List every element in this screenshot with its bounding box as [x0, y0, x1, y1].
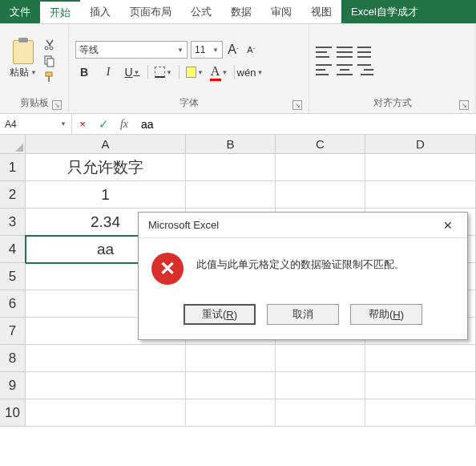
help-label-post: ) — [401, 309, 404, 321]
row-header[interactable]: 1 — [0, 154, 26, 181]
dialog-launcher-icon[interactable]: ↘ — [292, 100, 302, 110]
cell[interactable] — [186, 399, 276, 427]
bold-button[interactable]: B — [75, 63, 93, 81]
tab-data[interactable]: 数据 — [221, 0, 261, 23]
row-header[interactable]: 6 — [0, 290, 26, 318]
name-box-value: A4 — [5, 119, 17, 130]
format-painter-icon[interactable] — [43, 71, 56, 83]
help-button[interactable]: 帮助(H) — [350, 304, 422, 325]
row-header[interactable]: 10 — [0, 399, 26, 427]
tab-review[interactable]: 审阅 — [261, 0, 301, 23]
font-size-combo[interactable]: 11▼ — [191, 41, 223, 59]
borders-button[interactable]: ▼ — [155, 63, 172, 81]
align-top-button[interactable] — [316, 46, 332, 59]
underline-button[interactable]: U▼ — [123, 63, 141, 81]
row-header[interactable]: 5 — [0, 263, 26, 290]
cell[interactable] — [26, 345, 186, 372]
cell[interactable]: 1 — [26, 181, 186, 209]
dialog-message: 此值与此单元格定义的数据验证限制不匹配。 — [196, 253, 405, 272]
row-header[interactable]: 3 — [0, 209, 26, 236]
align-right-button[interactable] — [357, 63, 373, 76]
cell[interactable] — [26, 399, 186, 427]
cell[interactable] — [365, 345, 476, 372]
column-header[interactable]: B — [186, 135, 276, 154]
row-header[interactable]: 2 — [0, 181, 26, 209]
cell[interactable] — [186, 154, 276, 181]
dialog-close-button[interactable]: ✕ — [435, 216, 461, 235]
fill-color-button[interactable]: ▼ — [186, 63, 204, 81]
tab-view[interactable]: 视图 — [301, 0, 341, 23]
dialog-title: Microsoft Excel — [148, 219, 219, 231]
cell[interactable] — [276, 181, 365, 209]
accept-edit-button[interactable]: ✓ — [93, 114, 114, 135]
phonetic-guide-button[interactable]: wén▼ — [241, 63, 259, 81]
cell[interactable] — [186, 372, 276, 399]
cell[interactable] — [276, 399, 365, 427]
align-left-button[interactable] — [316, 63, 332, 76]
separator — [179, 65, 180, 79]
bucket-icon — [186, 67, 196, 78]
cancel-button[interactable]: 取消 — [267, 304, 339, 325]
tab-addin[interactable]: Excel自学成才 — [341, 0, 476, 23]
cell[interactable] — [186, 345, 276, 372]
align-middle-button[interactable] — [337, 46, 353, 59]
separator — [234, 65, 235, 79]
chevron-down-icon: ▼ — [166, 69, 172, 76]
font-color-label: A — [211, 64, 220, 79]
svg-rect-3 — [47, 59, 54, 67]
paste-button[interactable]: 粘贴▼ — [6, 38, 40, 81]
cell[interactable] — [365, 154, 476, 181]
clipboard-group-label: 剪贴板 — [20, 97, 49, 108]
cell[interactable] — [186, 181, 276, 209]
font-color-button[interactable]: A▼ — [210, 63, 228, 81]
select-all-corner[interactable] — [0, 135, 26, 154]
row-header[interactable]: 4 — [0, 236, 26, 263]
paste-label: 粘贴 — [10, 66, 29, 79]
increase-font-button[interactable]: Aˆ — [226, 41, 240, 59]
row-header[interactable]: 9 — [0, 372, 26, 399]
tab-file[interactable]: 文件 — [0, 0, 40, 23]
align-bottom-button[interactable] — [357, 46, 373, 59]
retry-button[interactable]: 重试(R) — [184, 304, 256, 325]
cell[interactable] — [365, 399, 476, 427]
error-icon: ✕ — [151, 253, 184, 285]
data-validation-error-dialog: Microsoft Excel ✕ ✕ 此值与此单元格定义的数据验证限制不匹配。… — [138, 212, 468, 340]
insert-function-button[interactable]: fx — [114, 114, 135, 135]
cell[interactable] — [365, 372, 476, 399]
align-center-button[interactable] — [337, 63, 353, 76]
decrease-font-button[interactable]: Aˇ — [244, 41, 258, 59]
chevron-down-icon: ▼ — [30, 69, 37, 76]
tab-insert[interactable]: 插入 — [80, 0, 120, 23]
tab-formulas[interactable]: 公式 — [181, 0, 221, 23]
cut-icon[interactable] — [43, 38, 56, 51]
underline-label: U — [124, 66, 132, 79]
column-header[interactable]: A — [26, 135, 186, 154]
chevron-down-icon: ▼ — [177, 47, 184, 54]
cell[interactable] — [26, 372, 186, 399]
column-header[interactable]: D — [365, 135, 476, 154]
name-box[interactable]: A4▼ — [0, 114, 72, 134]
cancel-edit-button[interactable]: × — [72, 114, 93, 135]
increase-font-label: A — [228, 43, 236, 57]
font-name-combo[interactable]: 等线▼ — [75, 41, 188, 59]
chevron-down-icon: ▼ — [197, 69, 204, 76]
separator — [147, 65, 148, 79]
cell[interactable] — [276, 154, 365, 181]
retry-access-key: R — [226, 309, 233, 321]
dialog-launcher-icon[interactable]: ↘ — [459, 100, 469, 110]
formula-bar-input[interactable] — [135, 114, 476, 134]
tab-home[interactable]: 开始 — [40, 0, 80, 23]
copy-icon[interactable] — [43, 55, 56, 67]
cell[interactable] — [276, 345, 365, 372]
column-header[interactable]: C — [276, 135, 365, 154]
cell[interactable]: 只允许数字 — [26, 154, 186, 181]
font-size-value: 11 — [195, 44, 205, 55]
row-header[interactable]: 7 — [0, 318, 26, 345]
cell[interactable] — [365, 181, 476, 209]
italic-button[interactable]: I — [99, 63, 117, 81]
cell[interactable] — [276, 372, 365, 399]
chevron-down-icon: ▼ — [256, 69, 263, 76]
row-header[interactable]: 8 — [0, 345, 26, 372]
tab-page-layout[interactable]: 页面布局 — [120, 0, 181, 23]
dialog-launcher-icon[interactable]: ↘ — [52, 100, 62, 110]
